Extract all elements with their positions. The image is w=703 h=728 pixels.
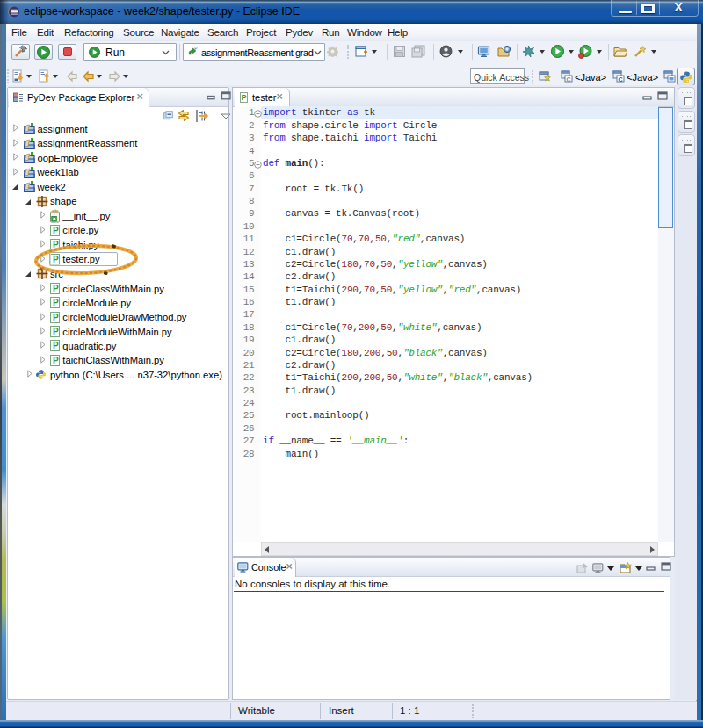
svg-text:P: P — [194, 47, 197, 51]
svg-text:C: C — [567, 76, 571, 83]
svg-text:C: C — [619, 76, 623, 83]
